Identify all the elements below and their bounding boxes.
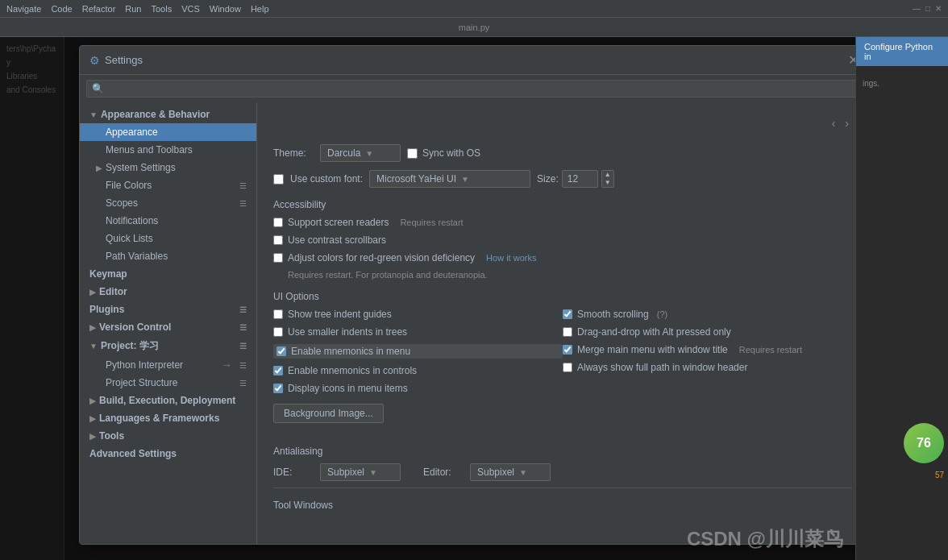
mnemonics-controls-checkbox[interactable] xyxy=(273,366,283,375)
red-green-checkbox[interactable] xyxy=(273,253,283,263)
nav-item-build-execution[interactable]: ▶ Build, Execution, Deployment xyxy=(80,392,256,409)
theme-dropdown[interactable]: Darcula ▼ xyxy=(320,144,401,162)
nav-item-plugins[interactable]: Plugins ☰ xyxy=(80,301,256,318)
nav-item-languages[interactable]: ▶ Languages & Frameworks xyxy=(80,409,256,427)
python-badge: ☰ xyxy=(239,361,247,370)
display-icons-checkbox[interactable] xyxy=(273,384,283,393)
background-image-button[interactable]: Background Image... xyxy=(273,404,384,423)
full-path-checkbox[interactable] xyxy=(563,363,572,372)
display-icons-label: Display icons in menu items xyxy=(288,383,408,394)
nav-item-project[interactable]: ▼ Project: 学习 ☰ xyxy=(80,336,256,356)
custom-font-checkbox[interactable] xyxy=(273,174,284,185)
menu-refactor[interactable]: Refactor xyxy=(82,4,116,14)
search-input[interactable] xyxy=(86,80,862,97)
editor-antialiasing-value: Subpixel xyxy=(477,467,514,478)
menu-help[interactable]: Help xyxy=(251,4,269,14)
contrast-scrollbars-checkbox[interactable] xyxy=(273,235,283,245)
dialog-titlebar: ⚙ Settings ✕ xyxy=(80,46,868,75)
full-path-label: Always show full path in window header xyxy=(577,362,747,373)
nav-item-file-colors[interactable]: File Colors ☰ xyxy=(80,176,256,194)
ide-antialiasing-dropdown[interactable]: Subpixel ▼ xyxy=(320,463,401,481)
drag-drop-label: Drag-and-drop with Alt pressed only xyxy=(577,326,731,338)
merge-menu-checkbox[interactable] xyxy=(563,345,572,355)
merge-menu-note: Requires restart xyxy=(739,345,802,355)
nav-item-quick-lists[interactable]: Quick Lists xyxy=(80,230,256,247)
close-button[interactable]: ✕ xyxy=(935,4,942,13)
back-arrow[interactable]: ‹ xyxy=(829,115,839,131)
ide-antialiasing-value: Subpixel xyxy=(327,467,364,478)
expand-arrow-system: ▶ xyxy=(96,164,102,172)
smaller-indents-checkbox[interactable] xyxy=(273,327,283,337)
nav-item-notifications[interactable]: Notifications xyxy=(80,212,256,230)
editor-antialiasing-dropdown[interactable]: Subpixel ▼ xyxy=(470,463,551,481)
nav-item-appearance-behavior[interactable]: ▼ Appearance & Behavior xyxy=(80,106,256,123)
menu-window[interactable]: Window xyxy=(210,4,241,14)
menu-navigate[interactable]: Navigate xyxy=(6,4,41,14)
tree-indent-checkbox[interactable] xyxy=(273,309,283,319)
file-colors-badge: ☰ xyxy=(239,181,247,190)
tool-windows-header: Tool Windows xyxy=(273,500,852,511)
ide-label: IDE: xyxy=(273,467,314,478)
font-value: Microsoft YaHei UI xyxy=(376,173,456,185)
forward-arrow[interactable]: › xyxy=(842,115,852,131)
configure-python-button[interactable]: Configure Python in xyxy=(856,37,948,66)
mnemonics-menu-checkbox[interactable] xyxy=(276,346,286,356)
screen-readers-checkbox[interactable] xyxy=(273,218,283,227)
nav-item-advanced-settings[interactable]: Advanced Settings xyxy=(80,445,256,463)
vc-badge: ☰ xyxy=(239,323,247,332)
nav-item-editor[interactable]: ▶ Editor xyxy=(80,283,256,301)
nav-label-notifications: Notifications xyxy=(106,215,158,226)
nav-label-appearance-behavior: Appearance & Behavior xyxy=(101,109,210,120)
main-area: ters\hp\Pycha y Libraries and Consoles ⚙… xyxy=(0,37,948,560)
nav-item-tools[interactable]: ▶ Tools xyxy=(80,427,256,445)
minimize-button[interactable]: — xyxy=(913,4,921,13)
menu-tools[interactable]: Tools xyxy=(151,4,172,14)
custom-font-label: Use custom font: xyxy=(290,173,363,185)
nav-label-project: Project: 学习 xyxy=(101,339,159,353)
smooth-scrolling-help[interactable]: (?) xyxy=(657,309,667,319)
expand-arrow-build: ▶ xyxy=(89,396,96,405)
nav-item-project-structure[interactable]: Project Structure ☰ xyxy=(80,374,256,392)
menu-vcs[interactable]: VCS xyxy=(181,4,200,14)
font-dropdown[interactable]: Microsoft YaHei UI ▼ xyxy=(369,170,530,188)
drag-drop-row: Drag-and-drop with Alt pressed only xyxy=(563,326,852,338)
nav-item-system-settings[interactable]: ▶ System Settings xyxy=(80,159,256,176)
settings-dialog: ⚙ Settings ✕ ▼ Appearance & Behavior App… xyxy=(79,45,869,545)
nav-item-python-interpreter[interactable]: Python Interpreter ☰ → xyxy=(80,356,256,374)
dialog-body: ▼ Appearance & Behavior Appearance Menus… xyxy=(80,102,868,544)
nav-item-keymap[interactable]: Keymap xyxy=(80,265,256,283)
nav-item-path-variables[interactable]: Path Variables xyxy=(80,247,256,265)
nav-label-scopes: Scopes xyxy=(106,197,138,209)
expand-arrow-appearance: ▼ xyxy=(89,110,98,119)
nav-label-advanced-settings: Advanced Settings xyxy=(89,448,177,459)
menu-code[interactable]: Code xyxy=(51,4,72,14)
nav-label-project-structure: Project Structure xyxy=(106,377,177,388)
expand-arrow-editor: ▶ xyxy=(89,288,96,297)
ui-options-left: Show tree indent guides Use smaller inde… xyxy=(273,309,563,400)
nav-label-plugins: Plugins xyxy=(89,304,124,315)
size-up-button[interactable]: ▲ xyxy=(602,171,613,179)
how-it-works-link[interactable]: How it works xyxy=(486,253,536,263)
nav-item-version-control[interactable]: ▶ Version Control ☰ xyxy=(80,318,256,336)
nav-item-scopes[interactable]: Scopes ☰ xyxy=(80,194,256,212)
nav-item-menus-toolbars[interactable]: Menus and Toolbars xyxy=(80,141,256,159)
ui-options-header: UI Options xyxy=(273,291,852,302)
drag-drop-checkbox[interactable] xyxy=(563,327,572,337)
mnemonics-menu-label: Enable mnemonics in menu xyxy=(291,346,410,357)
expand-arrow-project: ▼ xyxy=(89,342,98,351)
merge-menu-label: Merge main menu with window title xyxy=(577,344,728,355)
nav-item-appearance[interactable]: Appearance xyxy=(80,123,256,141)
title-bar: main.py xyxy=(0,18,948,37)
nav-label-menus-toolbars: Menus and Toolbars xyxy=(106,144,193,156)
nav-label-file-colors: File Colors xyxy=(106,180,152,191)
maximize-button[interactable]: □ xyxy=(925,4,930,13)
editor-label: Editor: xyxy=(423,467,464,478)
size-input[interactable] xyxy=(562,170,598,188)
menu-run[interactable]: Run xyxy=(125,4,141,14)
contrast-scrollbars-row: Use contrast scrollbars xyxy=(273,234,852,246)
size-down-button[interactable]: ▼ xyxy=(602,179,613,187)
smooth-scrolling-checkbox[interactable] xyxy=(563,309,572,319)
antialiasing-row: IDE: Subpixel ▼ Editor: Subpixel ▼ xyxy=(273,463,852,481)
sync-os-checkbox[interactable] xyxy=(407,148,418,159)
editor-dropdown-arrow: ▼ xyxy=(519,468,527,477)
